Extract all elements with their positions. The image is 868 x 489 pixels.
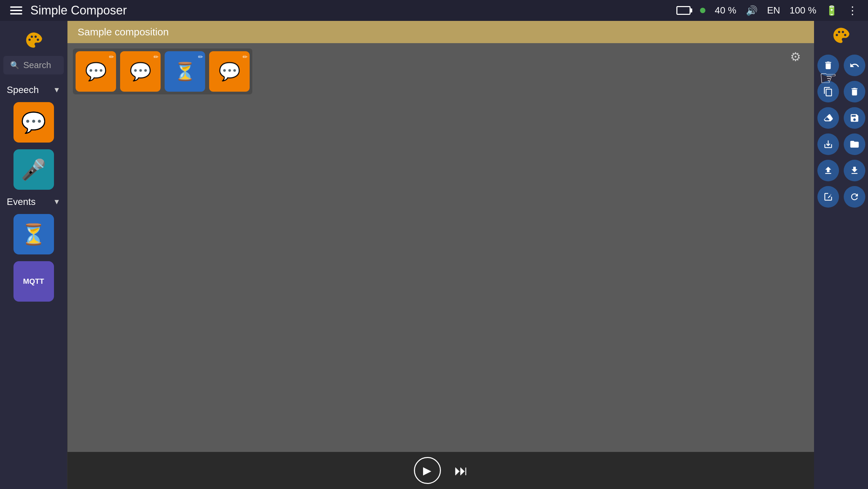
- save2-icon: [823, 139, 833, 149]
- speech-chevron-icon: ▼: [53, 86, 60, 94]
- more-options-icon[interactable]: ⋮: [847, 4, 858, 17]
- speech-bubble-icon: 💬: [21, 111, 46, 134]
- connection-dot: [700, 8, 705, 13]
- search-icon: 🔍: [10, 61, 19, 70]
- import-icon: [823, 192, 833, 202]
- events-section-label: Events: [7, 196, 36, 207]
- undo-icon: [849, 60, 860, 70]
- topbar: Simple Composer 40 % 🔊 EN 100 % 🔋 ⋮: [0, 0, 868, 21]
- trash2-icon: [849, 87, 860, 97]
- composition-title: Sample composition: [78, 26, 169, 37]
- block-4-edit-icon: ✏: [243, 53, 248, 61]
- speech-section-label: Speech: [7, 85, 39, 95]
- battery-full-icon: 🔋: [826, 5, 838, 16]
- save-button[interactable]: [844, 107, 865, 129]
- skip-icon: ⏭: [454, 463, 468, 478]
- folder-icon: [849, 139, 860, 149]
- block-1-edit-icon: ✏: [109, 53, 114, 61]
- action-buttons-grid: ☞: [817, 55, 865, 208]
- right-palette-button[interactable]: [832, 26, 850, 46]
- timer-icon: ⏳: [21, 222, 46, 246]
- copy-icon: [823, 87, 833, 97]
- export-button[interactable]: [844, 160, 865, 181]
- blocks-row: ✏ 💬 ✏ 💬 ✏ ⏳ ✏ 💬: [73, 49, 252, 94]
- right-panel: ☞: [814, 21, 868, 489]
- microphone-icon: 🎤: [21, 158, 46, 182]
- sidebar-item-mic[interactable]: 🎤: [13, 149, 54, 190]
- save-icon: [849, 113, 860, 123]
- language-label: EN: [767, 5, 780, 16]
- block-1-speech-icon: 💬: [85, 61, 107, 82]
- import-button[interactable]: [817, 186, 839, 208]
- sidebar-section-events[interactable]: Events ▼: [0, 193, 67, 211]
- eraser-button[interactable]: [817, 107, 839, 129]
- play-button[interactable]: ▶: [414, 457, 441, 484]
- sidebar-item-speech[interactable]: 💬: [13, 102, 54, 143]
- sidebar-item-mqtt[interactable]: MQTT: [13, 261, 54, 302]
- eraser-icon: [823, 113, 833, 123]
- export-icon: [849, 165, 860, 176]
- block-1-speech[interactable]: ✏ 💬: [76, 51, 116, 92]
- trash-icon: [823, 60, 833, 70]
- block-3-timer-icon: ⏳: [174, 61, 196, 82]
- block-3-timer[interactable]: ✏ ⏳: [165, 51, 205, 92]
- copy-button[interactable]: [817, 81, 839, 102]
- search-container[interactable]: 🔍 Search: [3, 56, 64, 74]
- save2-button[interactable]: [817, 133, 839, 155]
- skip-button[interactable]: ⏭: [454, 463, 468, 478]
- events-chevron-icon: ▼: [53, 197, 60, 206]
- folder-button[interactable]: [844, 133, 865, 155]
- search-label: Search: [23, 60, 51, 70]
- playbar: ▶ ⏭: [67, 452, 814, 489]
- upload-icon: [823, 165, 833, 176]
- refresh-icon: [849, 192, 860, 202]
- mqtt-label: MQTT: [23, 277, 44, 286]
- delete-button[interactable]: [817, 55, 839, 76]
- canvas-settings-button[interactable]: ⚙: [787, 49, 804, 65]
- composition-canvas: ⚙ ✏ 💬 ✏ 💬 ✏ ⏳ ✏: [67, 43, 814, 452]
- right-palette-icon: [832, 26, 850, 44]
- sidebar: 🔍 Search Speech ▼ 💬 🎤 Events ▼ ⏳ MQTT: [0, 21, 67, 489]
- center-area: Sample composition ⚙ ✏ 💬 ✏ 💬 ✏ ⏳: [67, 21, 814, 489]
- palette-icon: [25, 31, 43, 49]
- main-layout: 🔍 Search Speech ▼ 💬 🎤 Events ▼ ⏳ MQTT Sa…: [0, 21, 868, 489]
- sidebar-section-speech[interactable]: Speech ▼: [0, 81, 67, 99]
- block-4-speech-icon: 💬: [219, 61, 241, 82]
- refresh-button[interactable]: [844, 186, 865, 208]
- app-title: Simple Composer: [30, 3, 127, 18]
- composition-header: Sample composition: [67, 21, 814, 43]
- block-2-speech[interactable]: ✏ 💬: [120, 51, 161, 92]
- block-2-speech-icon: 💬: [130, 61, 151, 82]
- block-2-edit-icon: ✏: [153, 53, 159, 61]
- zoom-label: 100 %: [790, 5, 816, 16]
- sidebar-item-timer[interactable]: ⏳: [13, 214, 54, 254]
- hamburger-menu-icon[interactable]: [10, 6, 22, 14]
- undo-button[interactable]: [844, 55, 865, 76]
- battery-icon: [676, 6, 691, 15]
- trash2-button[interactable]: [844, 81, 865, 102]
- sidebar-palette-button[interactable]: [0, 28, 67, 56]
- block-3-edit-icon: ✏: [198, 53, 203, 61]
- upload-button[interactable]: [817, 160, 839, 181]
- volume-icon: 🔊: [746, 5, 758, 16]
- block-4-speech[interactable]: ✏ 💬: [209, 51, 250, 92]
- battery-percent: 40 %: [715, 5, 736, 16]
- play-icon: ▶: [423, 464, 431, 477]
